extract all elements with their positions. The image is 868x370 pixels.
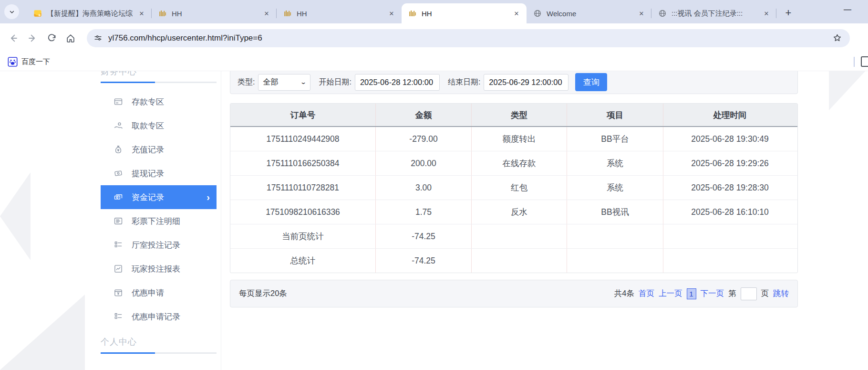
tab-close-icon[interactable]: ✕ [386, 8, 397, 19]
table-header-row: 订单号金额类型项目处理时间 [230, 104, 797, 127]
bookmarks-separator [854, 57, 855, 67]
home-button[interactable] [61, 29, 80, 48]
sidebar-item-提现记录[interactable]: 提现记录 [100, 161, 221, 185]
sidebar-section-finance-title: 财务中心 [101, 71, 137, 77]
main-panel: 类型: 全部 ⌄ 开始日期: 结束日期: 查询 订单号金额类型项目处理时间175… [230, 71, 798, 370]
table-row: 1751110166250384200.00在线存款系统2025-06-28 1… [230, 151, 797, 176]
table-cell [663, 249, 796, 273]
table-header-cell: 类型 [472, 104, 567, 126]
reload-button[interactable] [42, 29, 61, 48]
sidebar-item-存款专区[interactable]: 存款专区 [100, 90, 221, 114]
sidebar-item-玩家投注报表[interactable]: 玩家投注报表 [100, 257, 221, 281]
tab-title: HH [297, 10, 386, 18]
back-button[interactable] [4, 29, 23, 48]
sidebar-item-厅室投注记录[interactable]: 厅室投注记录 [100, 233, 221, 257]
start-date-input[interactable] [355, 74, 440, 91]
tab-close-icon[interactable]: ✕ [136, 8, 147, 19]
other-bookmarks-icon[interactable] [861, 56, 868, 67]
browser-tab-1[interactable]: 【新提醒】海燕策略论坛综✕ [27, 3, 152, 23]
table-cell: 2025-06-28 19:28:30 [663, 176, 796, 200]
table-header-cell: 金额 [376, 104, 472, 126]
browser-tab-4[interactable]: HH✕ [402, 3, 527, 23]
new-tab-button[interactable]: + [781, 6, 796, 20]
select-chevron-icon: ⌄ [300, 79, 307, 85]
tab-close-icon[interactable]: ✕ [636, 8, 647, 19]
tab-search-chevron-button[interactable] [4, 4, 19, 19]
sidebar-item-label: 厅室投注记录 [132, 240, 180, 251]
browser-tab-3[interactable]: HH✕ [277, 3, 402, 23]
end-date-label: 结束日期: [448, 77, 480, 87]
list-squares-icon [114, 312, 123, 321]
bookmark-star-button[interactable] [831, 32, 843, 44]
jump-suffix-text: 页 [761, 288, 769, 299]
bookmark-label: 百度一下 [21, 57, 50, 66]
sidebar-item-优惠申请[interactable]: 优惠申请 [100, 281, 221, 305]
type-select[interactable]: 全部 ⌄ [258, 74, 310, 91]
table-cell: 1751110110728281 [230, 176, 376, 200]
tab-close-icon[interactable]: ✕ [511, 8, 522, 19]
tab-close-icon[interactable]: ✕ [261, 8, 272, 19]
first-page-link[interactable]: 首页 [639, 288, 654, 299]
window-minimize-button[interactable]: — [840, 5, 855, 14]
table-cell: -74.25 [376, 249, 472, 273]
table-cell: 1751098210616336 [230, 200, 376, 224]
table-cell [663, 224, 796, 248]
type-select-value: 全部 [263, 77, 278, 87]
sidebar-item-优惠申请记录[interactable]: 优惠申请记录 [100, 305, 221, 328]
sidebar-section-divider [101, 352, 217, 354]
browser-tab-6[interactable]: :::视讯 会员下注纪录:::✕ [651, 3, 776, 23]
tab-list: 【新提醒】海燕策略论坛综✕HH✕HH✕HH✕Welcome✕:::视讯 会员下注… [27, 0, 796, 23]
sidebar-item-资金记录[interactable]: 资金记录› [101, 185, 217, 209]
tab-title: 【新提醒】海燕策略论坛综 [47, 9, 136, 18]
query-button[interactable]: 查询 [575, 73, 607, 91]
pagination-controls: 共4条 首页 上一页 1 下一页 第 页 跳转 [614, 287, 789, 300]
current-page-badge[interactable]: 1 [687, 288, 696, 299]
next-page-link[interactable]: 下一页 [701, 288, 724, 299]
sidebar: 财务中心 存款专区取款专区充值记录提现记录资金记录›彩票下注明细厅室投注记录玩家… [100, 71, 221, 370]
sidebar-item-label: 提现记录 [132, 168, 164, 179]
sidebar-item-label: 玩家投注报表 [132, 264, 180, 275]
browser-tab-strip: 【新提醒】海燕策略论坛综✕HH✕HH✕HH✕Welcome✕:::视讯 会员下注… [0, 0, 868, 23]
sidebar-item-label: 存款专区 [132, 96, 164, 107]
bookmark-baidu[interactable]: 百度一下 [8, 57, 50, 67]
sidebar-item-partial[interactable]: 消息公告 [100, 362, 221, 370]
table-row: 当前页统计-74.25 [230, 224, 797, 249]
sidebar-item-取款专区[interactable]: 取款专区 [100, 114, 221, 137]
sidebar-item-充值记录[interactable]: 充值记录 [100, 137, 221, 161]
web-page-content: 财务中心 存款专区取款专区充值记录提现记录资金记录›彩票下注明细厅室投注记录玩家… [0, 71, 868, 370]
globe-icon [658, 9, 667, 18]
filter-panel: 类型: 全部 ⌄ 开始日期: 结束日期: 查询 [230, 71, 798, 94]
hh-logo-icon [283, 9, 292, 18]
tab-title: Welcome [547, 10, 636, 18]
url-text[interactable]: yl756.com/hhcp/usercenter.html?iniType=6 [108, 33, 831, 43]
jump-button[interactable]: 跳转 [773, 288, 789, 299]
prev-page-link[interactable]: 上一页 [659, 288, 682, 299]
banknote-icon [114, 169, 123, 178]
browser-tab-2[interactable]: HH✕ [152, 3, 277, 23]
table-cell: 1751110166250384 [230, 151, 376, 175]
table-cell: 2025-06-28 16:10:10 [663, 200, 796, 224]
sidebar-item-label: 优惠申请记录 [132, 311, 180, 322]
table-cell: 红包 [472, 176, 567, 200]
sidebar-item-label: 取款专区 [132, 120, 164, 131]
filter-row: 类型: 全部 ⌄ 开始日期: 结束日期: 查询 [238, 73, 607, 91]
moneybag-icon [114, 145, 123, 154]
coupon-icon [114, 288, 123, 297]
table-row: 1751110249442908-279.00额度转出BB平台2025-06-2… [230, 127, 797, 151]
forward-button[interactable] [23, 29, 42, 48]
end-date-input[interactable] [484, 74, 568, 91]
sidebar-item-label: 彩票下注明细 [132, 216, 180, 227]
jump-page-input[interactable] [741, 287, 757, 300]
hh-logo-icon [158, 9, 167, 18]
records-table: 订单号金额类型项目处理时间1751110249442908-279.00额度转出… [230, 103, 798, 273]
chart-report-icon [114, 264, 123, 274]
table-cell: 1751110249442908 [230, 127, 376, 151]
table-cell: 1.75 [376, 200, 472, 224]
mail-icon [33, 9, 42, 18]
browser-tab-5[interactable]: Welcome✕ [527, 3, 651, 23]
table-header-cell: 项目 [567, 104, 663, 126]
sidebar-item-彩票下注明细[interactable]: 彩票下注明细 [100, 209, 221, 233]
tab-close-icon[interactable]: ✕ [761, 8, 772, 19]
address-bar[interactable]: yl756.com/hhcp/usercenter.html?iniType=6 [87, 29, 850, 47]
hh-logo-icon [408, 9, 417, 18]
